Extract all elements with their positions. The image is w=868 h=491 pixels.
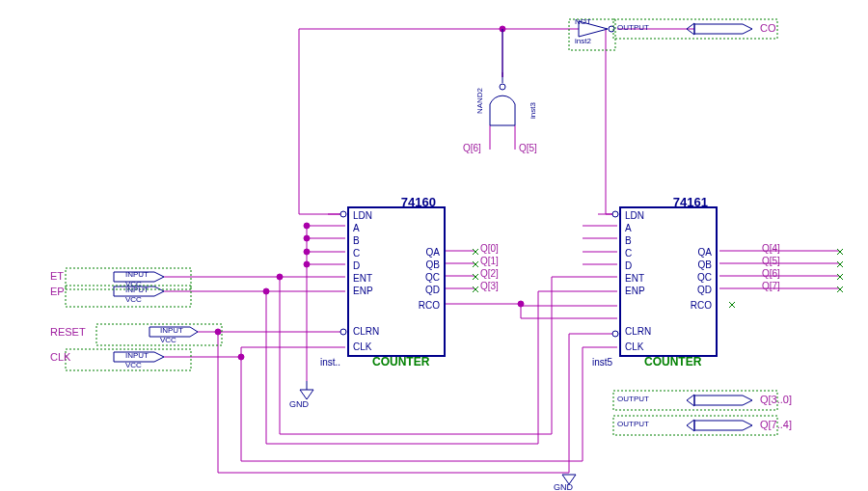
output-tag-bus1: OUTPUT [617, 395, 649, 403]
nand-in1-label: Q[6] [463, 143, 481, 153]
chip-74161[interactable]: 74161 inst5 COUNTER LDN A B C D ENT ENP … [619, 206, 718, 357]
net-q1: Q[1] [480, 256, 499, 266]
pin-ent: ENT [353, 273, 372, 284]
svg-marker-44 [694, 396, 752, 405]
pin-ldn: LDN [353, 210, 372, 221]
pin-b: B [353, 235, 360, 246]
not-inst-label: inst2 [575, 37, 591, 45]
svg-point-53 [340, 329, 346, 335]
chip1-type-label: COUNTER [372, 355, 429, 368]
pin-clk: CLK [625, 341, 643, 352]
input-tag-3: INPUT [160, 326, 183, 335]
input-tag-2: INPUT [125, 286, 149, 294]
svg-point-55 [612, 331, 618, 337]
pin-qd: QD [697, 285, 712, 295]
pin-rco: RCO [691, 300, 712, 311]
chip2-inst-label: inst5 [592, 357, 612, 368]
svg-point-20 [304, 261, 310, 267]
input-vcc-3: VCC [160, 336, 176, 344]
pin-clrn: CLRN [625, 326, 651, 337]
chip1-part-label: 74160 [401, 195, 436, 209]
pin-qd: QD [425, 285, 440, 295]
pin-c: C [625, 248, 632, 259]
net-q6: Q[6] [762, 268, 780, 279]
nand-in2-label: Q[5] [519, 143, 537, 153]
pin-enp: ENP [625, 286, 645, 296]
chip-74160[interactable]: 74160 inst.. COUNTER LDN A B C D ENT ENP… [347, 206, 446, 357]
not-part-label: NOT [575, 17, 591, 26]
pin-c: C [353, 248, 360, 259]
gnd-label-1: GND [289, 399, 309, 409]
output-tag-co: OUTPUT [617, 23, 649, 32]
svg-point-21 [518, 301, 524, 307]
net-q3: Q[3] [480, 281, 499, 291]
pin-a: A [353, 223, 360, 233]
svg-point-54 [612, 211, 618, 217]
pin-clrn: CLRN [353, 326, 379, 337]
pin-ldn: LDN [625, 210, 644, 221]
nand-inst-label: inst3 [529, 102, 537, 119]
output-tag-bus2: OUTPUT [617, 420, 649, 428]
pin-clk: CLK [353, 341, 371, 352]
pin-d: D [625, 260, 632, 271]
pin-ent: ENT [625, 273, 644, 284]
svg-marker-42 [694, 24, 752, 34]
output-bus1[interactable]: Q[3..0] [760, 394, 792, 405]
net-q7: Q[7] [762, 281, 780, 291]
pin-qb: QB [426, 259, 440, 270]
pin-d: D [353, 260, 360, 271]
pin-qc: QC [697, 272, 712, 283]
svg-point-18 [304, 235, 310, 241]
input-tag-1: INPUT [125, 270, 149, 279]
input-clk[interactable]: CLK [50, 351, 70, 363]
pin-qa: QA [698, 247, 712, 258]
input-ep[interactable]: EP [50, 286, 65, 297]
svg-point-52 [340, 211, 346, 217]
output-bus2[interactable]: Q[7..4] [760, 419, 792, 430]
svg-point-50 [500, 84, 505, 90]
pin-qc: QC [425, 272, 440, 283]
svg-point-19 [304, 249, 310, 255]
net-q0: Q[0] [480, 243, 499, 254]
pin-rco: RCO [419, 300, 440, 311]
net-q4: Q[4] [762, 243, 780, 254]
svg-marker-45 [687, 395, 694, 406]
input-tag-4: INPUT [125, 351, 149, 360]
input-reset[interactable]: RESET [50, 326, 86, 338]
svg-marker-46 [694, 421, 752, 430]
input-et[interactable]: ET [50, 270, 64, 282]
pin-b: B [625, 235, 632, 246]
pin-enp: ENP [353, 286, 373, 296]
svg-marker-47 [687, 420, 694, 431]
nand-part-label: NAND2 [475, 88, 484, 114]
input-vcc-2: VCC [125, 295, 142, 304]
svg-point-17 [304, 223, 310, 229]
pin-qa: QA [426, 247, 440, 258]
chip1-inst-label: inst.. [320, 357, 340, 368]
gnd-label-2: GND [554, 482, 573, 491]
pin-a: A [625, 223, 632, 233]
chip2-part-label: 74161 [673, 195, 708, 209]
pin-qb: QB [698, 259, 712, 270]
chip2-type-label: COUNTER [644, 355, 701, 368]
input-vcc-4: VCC [125, 361, 142, 369]
net-q2: Q[2] [480, 268, 499, 279]
net-q5: Q[5] [762, 256, 780, 266]
output-co[interactable]: CO [760, 22, 776, 34]
